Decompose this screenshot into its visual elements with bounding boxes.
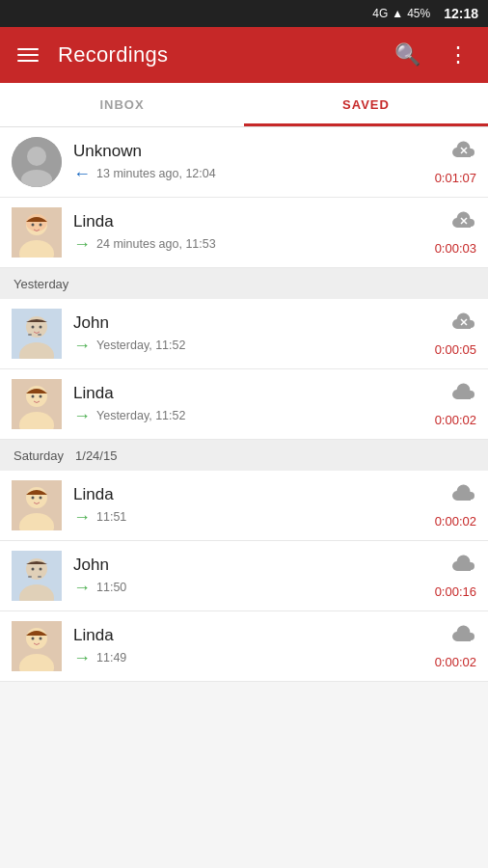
item-right: 0:00:02 (435, 483, 476, 529)
status-bar: 4G ▲ 45% 12:18 (0, 0, 488, 27)
contact-name: John (73, 556, 427, 575)
hamburger-menu-button[interactable] (14, 44, 42, 66)
svg-point-35 (32, 568, 35, 571)
item-right: 0:00:03 (435, 210, 476, 256)
avatar (12, 480, 62, 530)
linda-avatar-icon (12, 207, 62, 258)
linda-avatar-icon (12, 621, 62, 671)
contact-name: Linda (73, 384, 427, 403)
item-meta: ← 13 minutes ago, 12:04 (73, 165, 427, 182)
svg-point-30 (32, 497, 35, 500)
svg-rect-37 (28, 576, 32, 578)
cloud-icon (451, 624, 476, 649)
item-info: Linda → 11:49 (73, 626, 427, 666)
item-info: John → Yesterday, 11:52 (73, 313, 427, 354)
list-item[interactable]: John → Yesterday, 11:52 0:00:05 (0, 299, 488, 369)
list-item[interactable]: Unknown ← 13 minutes ago, 12:04 0:01:07 (0, 127, 488, 198)
recording-duration: 0:00:03 (435, 241, 476, 256)
battery-label: 45% (407, 7, 430, 20)
item-right: 0:00:02 (435, 624, 476, 669)
incoming-call-icon: ← (73, 165, 91, 182)
item-meta: → Yesterday, 11:52 (73, 407, 427, 424)
item-info: Linda → 11:51 (73, 485, 427, 526)
item-info: Linda → Yesterday, 11:52 (73, 384, 427, 424)
cloud-icon (451, 554, 476, 579)
list-item[interactable]: Linda → 11:51 0:00:02 (0, 471, 488, 541)
item-meta: → Yesterday, 11:52 (73, 337, 427, 354)
cloud-x-icon (451, 210, 476, 235)
outgoing-call-icon: → (73, 649, 91, 666)
signal-icon: ▲ (392, 7, 403, 20)
call-time: 11:51 (96, 510, 126, 524)
unknown-avatar-icon (12, 137, 62, 187)
call-time: 11:50 (96, 581, 126, 594)
outgoing-call-icon: → (73, 337, 91, 354)
avatar (12, 309, 62, 359)
item-meta: → 11:50 (73, 579, 427, 596)
svg-point-17 (40, 326, 42, 329)
john-avatar-icon (12, 551, 62, 601)
item-right: 0:00:02 (435, 382, 476, 427)
more-options-icon[interactable]: ⋮ (442, 37, 474, 73)
list-item[interactable]: John → 11:50 0:00:16 (0, 541, 488, 611)
cloud-x-icon (451, 140, 476, 165)
cloud-icon (451, 483, 476, 508)
svg-rect-18 (28, 334, 32, 336)
tab-inbox[interactable]: INBOX (0, 83, 244, 126)
outgoing-call-icon: → (73, 579, 91, 596)
contact-name: Linda (73, 485, 427, 504)
outgoing-call-icon: → (73, 407, 91, 424)
recording-duration: 0:00:02 (435, 413, 476, 427)
john-avatar-icon (12, 309, 62, 359)
avatar (12, 137, 62, 187)
recording-duration: 0:00:05 (435, 342, 476, 357)
list-item[interactable]: Linda → Yesterday, 11:52 0:00:02 (0, 369, 488, 440)
call-time: Yesterday, 11:52 (96, 409, 185, 422)
svg-point-8 (26, 214, 47, 231)
svg-point-26 (40, 395, 42, 398)
item-info: Unknown ← 13 minutes ago, 12:04 (73, 142, 427, 182)
list-item[interactable]: Linda → 24 minutes ago, 11:53 0:00:03 (0, 198, 488, 268)
svg-rect-38 (38, 576, 41, 578)
cloud-x-icon (451, 312, 476, 337)
item-right: 0:00:16 (435, 554, 476, 599)
call-time: Yesterday, 11:52 (96, 339, 185, 352)
item-meta: → 11:51 (73, 508, 427, 526)
outgoing-call-icon: → (73, 508, 91, 526)
recording-duration: 0:01:07 (435, 171, 476, 185)
avatar (12, 621, 62, 671)
page-title: Recordings (58, 42, 373, 68)
section-header-yesterday: Yesterday (0, 268, 488, 299)
time-label: 12:18 (444, 6, 478, 21)
item-meta: → 24 minutes ago, 11:53 (73, 235, 427, 253)
search-icon[interactable]: 🔍 (389, 37, 426, 73)
linda-avatar-icon (12, 379, 62, 429)
avatar (12, 207, 62, 258)
section-header-saturday: Saturday 1/24/15 (0, 440, 488, 471)
tabs: INBOX SAVED (0, 83, 488, 127)
call-time: 24 minutes ago, 11:53 (96, 237, 216, 251)
item-right: 0:00:05 (435, 312, 476, 357)
network-label: 4G (372, 7, 388, 20)
linda-avatar-icon (12, 480, 62, 530)
recording-duration: 0:00:16 (435, 584, 476, 599)
item-info: Linda → 24 minutes ago, 11:53 (73, 212, 427, 253)
svg-point-10 (40, 224, 42, 227)
call-time: 13 minutes ago, 12:04 (96, 167, 216, 180)
svg-point-31 (40, 497, 42, 500)
contact-name: Linda (73, 212, 427, 231)
contact-name: Unknown (73, 142, 427, 161)
item-right: 0:01:07 (435, 140, 476, 185)
item-meta: → 11:49 (73, 649, 427, 666)
outgoing-call-icon: → (73, 235, 91, 253)
svg-point-25 (32, 395, 35, 398)
list-item[interactable]: Linda → 11:49 0:00:02 (0, 611, 488, 682)
status-icons: 4G ▲ 45% (372, 7, 430, 20)
svg-point-9 (32, 224, 35, 227)
item-info: John → 11:50 (73, 556, 427, 596)
contact-name: Linda (73, 626, 427, 645)
tab-saved[interactable]: SAVED (244, 83, 488, 126)
svg-point-43 (40, 637, 42, 640)
section-title: Yesterday (14, 277, 68, 291)
svg-point-1 (27, 147, 46, 166)
